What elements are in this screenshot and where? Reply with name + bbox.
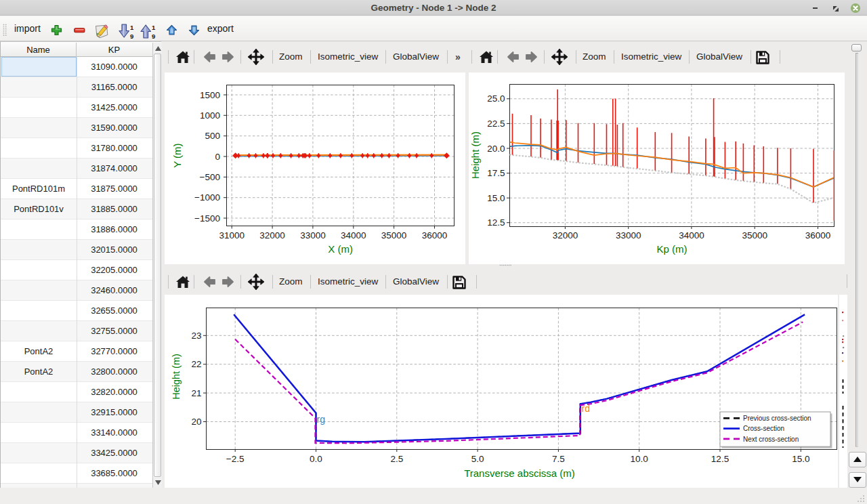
- svg-text:0: 0: [215, 152, 220, 162]
- svg-text:36000: 36000: [422, 230, 448, 240]
- svg-text:34000: 34000: [679, 230, 704, 240]
- svg-text:Kp (m): Kp (m): [657, 243, 688, 255]
- svg-text:−2.5: −2.5: [226, 454, 245, 464]
- svg-text:12.5: 12.5: [487, 217, 505, 228]
- svg-text:rg: rg: [317, 414, 325, 425]
- svg-text:Y (m): Y (m): [171, 143, 183, 167]
- svg-text:31000: 31000: [219, 230, 245, 240]
- svg-text:1000: 1000: [200, 110, 220, 121]
- svg-text:36000: 36000: [805, 230, 831, 240]
- svg-text:21: 21: [191, 388, 201, 398]
- svg-text:−1000: −1000: [194, 192, 220, 203]
- svg-text:33000: 33000: [616, 230, 641, 240]
- svg-text:−1500: −1500: [194, 213, 220, 224]
- svg-text:1: 1: [152, 24, 156, 31]
- svg-text:9: 9: [152, 33, 155, 39]
- svg-text:0.0: 0.0: [310, 454, 322, 464]
- svg-text:X (m): X (m): [328, 243, 353, 255]
- svg-text:Cross-section: Cross-section: [743, 425, 784, 432]
- svg-text:32000: 32000: [259, 230, 285, 240]
- svg-text:9: 9: [130, 33, 133, 39]
- svg-text:Height (m): Height (m): [469, 131, 481, 179]
- svg-text:34000: 34000: [341, 230, 366, 240]
- svg-text:10.0: 10.0: [631, 454, 648, 464]
- svg-text:500: 500: [205, 131, 220, 141]
- svg-text:Previous cross-section: Previous cross-section: [743, 415, 811, 422]
- svg-text:rd: rd: [582, 403, 590, 414]
- svg-text:23: 23: [191, 331, 201, 341]
- svg-text:1: 1: [130, 24, 134, 31]
- svg-text:35000: 35000: [742, 230, 767, 240]
- svg-text:5.0: 5.0: [471, 454, 484, 464]
- svg-text:12.5: 12.5: [711, 454, 729, 464]
- svg-text:35000: 35000: [381, 230, 407, 240]
- svg-text:20.0: 20.0: [487, 144, 505, 154]
- svg-text:22: 22: [191, 359, 201, 369]
- svg-text:33000: 33000: [300, 230, 326, 240]
- svg-text:Transverse abscissa (m): Transverse abscissa (m): [464, 467, 575, 479]
- svg-text:15.0: 15.0: [487, 193, 505, 203]
- svg-text:17.5: 17.5: [487, 168, 505, 178]
- svg-text:22.5: 22.5: [487, 119, 505, 129]
- svg-text:2.5: 2.5: [390, 454, 403, 464]
- svg-text:1500: 1500: [200, 90, 220, 100]
- svg-text:Height (m): Height (m): [171, 354, 182, 400]
- svg-text:7.5: 7.5: [552, 454, 565, 464]
- svg-text:15.0: 15.0: [792, 454, 809, 464]
- svg-text:20: 20: [191, 417, 201, 427]
- svg-text:32000: 32000: [553, 230, 578, 240]
- svg-text:−500: −500: [200, 172, 220, 182]
- svg-text:25.0: 25.0: [487, 93, 505, 104]
- svg-text:Next cross-section: Next cross-section: [743, 436, 799, 443]
